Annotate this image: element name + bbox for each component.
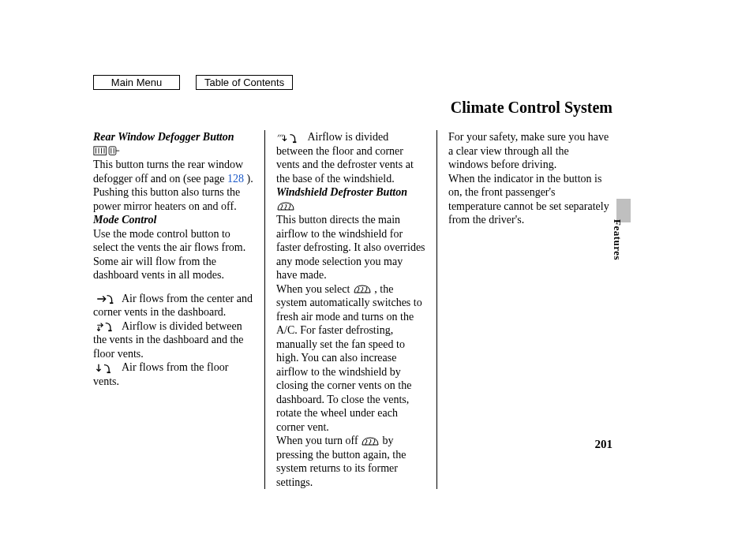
rear-defog-text-a: This button turns the rear window defogg…: [93, 159, 243, 185]
defrost-icon-inline-2: [361, 435, 383, 446]
ws-defroster-block: Windshield Defroster Button This button …: [276, 185, 425, 282]
safety-note: For your safety, make sure you have a cl…: [448, 130, 609, 172]
page-link-128[interactable]: 128: [227, 173, 244, 185]
defrost-icon-inline: [353, 283, 375, 295]
rear-defog-icon: [93, 145, 121, 157]
mode-dash-floor: Airflow is divided between the vents in …: [93, 319, 253, 361]
section-side-label: Features: [611, 219, 624, 260]
ws-def-p2b: , the system automatically switches to f…: [276, 283, 422, 433]
page-title: Climate Control System: [451, 99, 613, 117]
page-number: 201: [595, 438, 613, 451]
dash-floor-vent-icon: [93, 320, 117, 332]
main-menu-button[interactable]: Main Menu: [93, 75, 180, 90]
svg-rect-1: [109, 147, 116, 155]
svg-rect-6: [293, 141, 296, 143]
ws-def-p2a: When you select: [276, 283, 353, 295]
floor-vent-icon: [93, 361, 117, 373]
column-3: For your safety, make sure you have a cl…: [437, 130, 609, 489]
mode-control-block: Mode Control Use the mode control button…: [93, 213, 253, 282]
indicator-note: When the indicator in the button is on, …: [448, 172, 609, 227]
mode-control-heading: Mode Control: [93, 214, 157, 226]
dash-vent-icon: [93, 293, 117, 304]
nav-boxes: Main Menu Table of Contents: [93, 75, 293, 90]
mode-floor: Air flows from the floor vents.: [93, 360, 253, 388]
rear-defog-text-b: ).: [244, 173, 253, 185]
svg-rect-4: [108, 330, 111, 332]
column-1: Rear Window Defogger Button This button …: [93, 130, 265, 489]
ws-defroster-heading: Windshield Defroster Button: [276, 186, 407, 198]
floor-defrost-vent-icon: [276, 131, 302, 143]
mode-dash-text: Air flows from the center and corner ven…: [93, 293, 253, 319]
body-columns: Rear Window Defogger Button This button …: [93, 130, 609, 489]
toc-button[interactable]: Table of Contents: [196, 75, 293, 90]
ws-def-p3: When you turn off by pressing the button…: [276, 434, 425, 489]
mode-floor-def: Airflow is divided between the floor and…: [276, 130, 425, 185]
svg-rect-5: [107, 371, 111, 373]
mode-control-intro: Use the mode control button to select th…: [93, 228, 245, 282]
rear-defogger-heading: Rear Window Defogger Button: [93, 131, 234, 143]
rear-defogger-block: Rear Window Defogger Button This button …: [93, 130, 253, 185]
defrost-icon: [276, 200, 295, 212]
ws-def-p2: When you select , the system automatical…: [276, 282, 425, 435]
column-2: Airflow is divided between the floor and…: [265, 130, 437, 489]
ws-def-p3a: When you turn off: [276, 435, 361, 446]
ws-def-p1: This button directs the main airflow to …: [276, 214, 425, 281]
mode-dash: Air flows from the center and corner ven…: [93, 292, 253, 319]
rear-defog-p2: Pushing this button also turns the power…: [93, 185, 253, 213]
svg-rect-3: [110, 303, 113, 304]
